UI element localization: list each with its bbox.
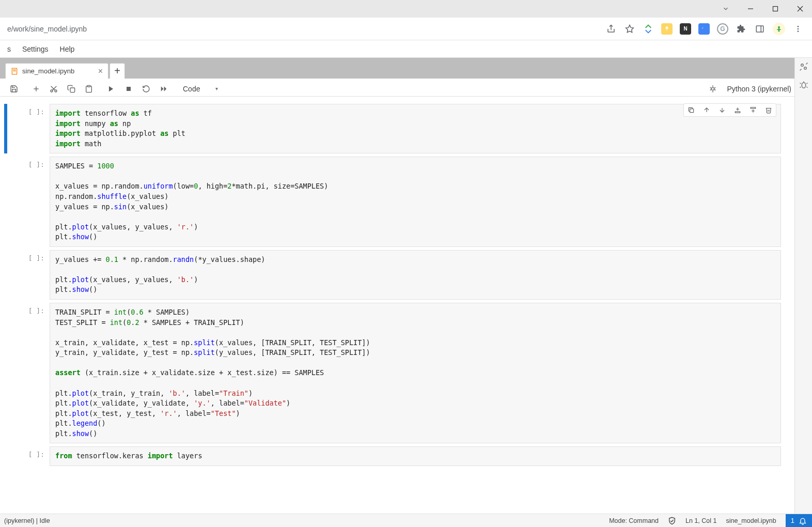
status-cursor: Ln 1, Col 1 bbox=[685, 517, 716, 524]
move-up-icon[interactable] bbox=[701, 105, 712, 115]
copy-button[interactable] bbox=[64, 81, 79, 97]
extension-grammarly-icon[interactable]: G bbox=[717, 23, 728, 35]
tab-strip: sine_model.ipynb × + bbox=[0, 58, 812, 79]
insert-above-icon[interactable] bbox=[732, 105, 743, 115]
svg-rect-7 bbox=[756, 26, 763, 32]
window-close-icon[interactable] bbox=[792, 1, 808, 17]
svg-line-35 bbox=[710, 89, 711, 90]
cell-input[interactable]: TRAIN_SPLIT = int(0.6 * SAMPLES) TEST_SP… bbox=[50, 303, 781, 443]
svg-rect-1 bbox=[773, 7, 778, 11]
tab-label: sine_model.ipynb bbox=[22, 67, 74, 75]
save-button[interactable] bbox=[6, 81, 22, 97]
insert-below-icon[interactable] bbox=[748, 105, 758, 115]
code-cell[interactable]: [ ]: from tensorflow.keras import layers bbox=[8, 446, 781, 466]
duplicate-cell-icon[interactable] bbox=[686, 105, 696, 115]
notebook-tab[interactable]: sine_model.ipynb × bbox=[5, 63, 108, 79]
restart-button[interactable] bbox=[138, 81, 154, 97]
menu-item-s[interactable]: s bbox=[7, 45, 11, 53]
jupyter-menubar: s Settings Help bbox=[0, 40, 812, 58]
extension-notion-icon[interactable]: N bbox=[680, 23, 691, 35]
extension-keep-icon[interactable] bbox=[661, 23, 673, 35]
restart-run-all-button[interactable] bbox=[156, 81, 171, 97]
cell-input[interactable]: import tensorflow as tf import numpy as … bbox=[50, 104, 781, 153]
cell-prompt: [ ]: bbox=[8, 250, 50, 300]
svg-marker-29 bbox=[164, 86, 167, 91]
svg-point-38 bbox=[804, 67, 806, 70]
notebook-scroll[interactable]: [ ]: import tensorflow as tf import nump… bbox=[4, 97, 794, 514]
property-inspector-icon[interactable] bbox=[799, 62, 808, 71]
notebook-area: [ ]: import tensorflow as tf import nump… bbox=[0, 96, 794, 514]
menu-item-help[interactable]: Help bbox=[60, 45, 75, 53]
code-content: y_values += 0.1 * np.random.randn(*y_val… bbox=[55, 255, 775, 295]
code-cell[interactable]: [ ]: TRAIN_SPLIT = int(0.6 * SAMPLES) TE… bbox=[8, 303, 781, 443]
code-cell[interactable]: [ ]: SAMPLES = 1000 x_values = np.random… bbox=[8, 157, 781, 247]
browser-address-row: e/work/sine_model.ipynb N G bbox=[0, 18, 812, 40]
side-panel-icon[interactable] bbox=[754, 23, 766, 35]
svg-marker-26 bbox=[109, 86, 113, 91]
code-cell[interactable]: [ ]: y_values += 0.1 * np.random.randn(*… bbox=[8, 250, 781, 300]
svg-rect-52 bbox=[735, 112, 740, 113]
notification-count: 1 bbox=[791, 517, 794, 524]
menu-item-settings[interactable]: Settings bbox=[22, 45, 49, 53]
status-trusted-icon[interactable] bbox=[668, 517, 676, 525]
tab-close-icon[interactable]: × bbox=[98, 67, 103, 76]
cell-input[interactable]: SAMPLES = 1000 x_values = np.random.unif… bbox=[50, 157, 781, 247]
svg-rect-25 bbox=[87, 85, 90, 87]
code-content: import tensorflow as tf import numpy as … bbox=[55, 109, 775, 149]
extension-arrows-icon[interactable] bbox=[643, 23, 654, 35]
debugger-panel-icon[interactable] bbox=[799, 81, 808, 90]
window-titlebar bbox=[0, 0, 812, 18]
new-tab-button[interactable]: + bbox=[110, 63, 125, 79]
kernel-name[interactable]: Python 3 (ipykernel) bbox=[727, 85, 791, 93]
cell-prompt: [ ]: bbox=[8, 303, 50, 443]
bookmark-star-icon[interactable] bbox=[624, 23, 635, 35]
status-mode: Mode: Command bbox=[609, 517, 659, 524]
cell-selection-indicator bbox=[4, 104, 7, 153]
svg-line-44 bbox=[806, 83, 807, 84]
cell-prompt: [ ]: bbox=[8, 157, 50, 247]
code-content: SAMPLES = 1000 x_values = np.random.unif… bbox=[55, 161, 775, 242]
svg-marker-5 bbox=[626, 25, 634, 32]
svg-rect-53 bbox=[751, 107, 755, 109]
svg-rect-17 bbox=[13, 70, 16, 71]
debugger-icon[interactable] bbox=[705, 81, 721, 97]
svg-line-43 bbox=[800, 83, 801, 84]
tabs-dropdown-icon[interactable] bbox=[718, 1, 733, 17]
cell-input[interactable]: from tensorflow.keras import layers bbox=[50, 446, 781, 466]
interrupt-button[interactable] bbox=[121, 81, 136, 97]
svg-rect-16 bbox=[13, 69, 16, 70]
address-fragment[interactable]: e/work/sine_model.ipynb bbox=[5, 25, 605, 33]
share-icon[interactable] bbox=[605, 23, 617, 35]
right-sidebar bbox=[794, 58, 812, 514]
chevron-down-icon: ▾ bbox=[215, 86, 218, 91]
status-bar: (ipykernel) | Idle Mode: Command Ln 1, C… bbox=[0, 514, 812, 527]
svg-line-40 bbox=[806, 63, 807, 65]
insert-cell-button[interactable] bbox=[28, 81, 44, 97]
run-button[interactable] bbox=[103, 81, 119, 97]
cell-input[interactable]: y_values += 0.1 * np.random.randn(*y_val… bbox=[50, 250, 781, 300]
cell-type-select[interactable]: Code ▾ bbox=[179, 84, 222, 94]
window-minimize-icon[interactable] bbox=[743, 1, 758, 17]
cell-prompt: [ ]: bbox=[8, 104, 50, 153]
cell-type-label: Code bbox=[183, 85, 200, 93]
svg-line-36 bbox=[715, 89, 716, 90]
extensions-puzzle-icon[interactable] bbox=[736, 23, 747, 35]
svg-point-12 bbox=[798, 26, 799, 27]
status-notifications[interactable]: 1 bbox=[786, 514, 812, 527]
window-maximize-icon[interactable] bbox=[768, 1, 783, 17]
profile-avatar-icon[interactable] bbox=[773, 23, 785, 35]
status-filename[interactable]: sine_model.ipynb bbox=[726, 517, 776, 524]
code-cell[interactable]: [ ]: import tensorflow as tf import nump… bbox=[8, 104, 781, 153]
status-kernel[interactable]: (ipykernel) | Idle bbox=[4, 517, 50, 524]
svg-line-33 bbox=[710, 87, 711, 88]
bell-icon bbox=[799, 517, 807, 525]
svg-point-30 bbox=[712, 87, 714, 90]
chrome-menu-icon[interactable] bbox=[792, 23, 804, 35]
svg-rect-24 bbox=[70, 88, 75, 92]
paste-button[interactable] bbox=[81, 81, 97, 97]
svg-line-45 bbox=[800, 87, 801, 88]
extension-translate-icon[interactable] bbox=[698, 23, 710, 35]
cut-button[interactable] bbox=[46, 81, 61, 97]
move-down-icon[interactable] bbox=[717, 105, 727, 115]
delete-cell-icon[interactable] bbox=[763, 105, 774, 115]
